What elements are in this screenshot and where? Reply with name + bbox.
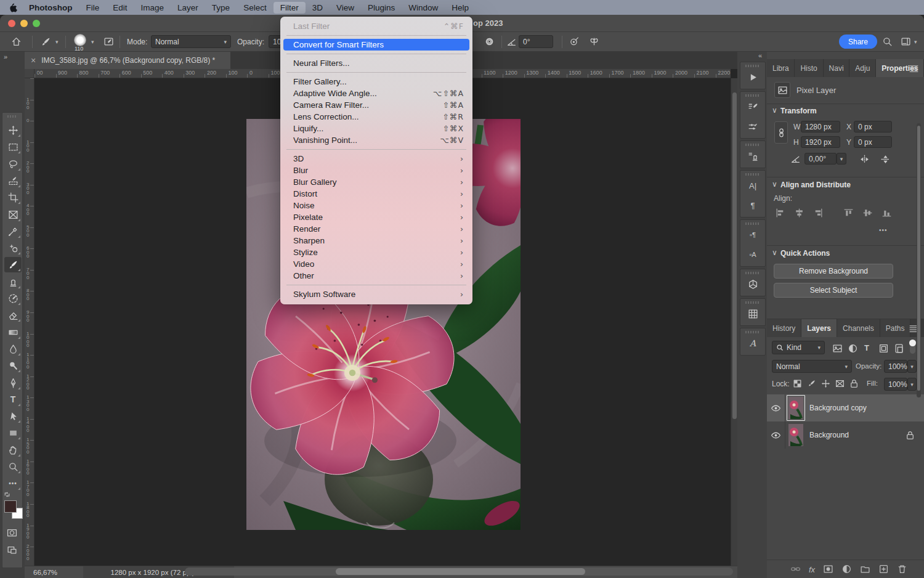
- tool-hand[interactable]: [4, 442, 22, 458]
- menu-item-pixelate[interactable]: Pixelate›: [280, 211, 472, 223]
- flip-horizontal-icon[interactable]: [859, 154, 870, 165]
- menu-item-convert-for-smart-filters[interactable]: Convert for Smart Filters: [283, 39, 469, 51]
- disclosure-icon[interactable]: ∨: [772, 106, 777, 115]
- tab-paths[interactable]: Paths: [880, 319, 911, 337]
- visibility-eye-icon[interactable]: [767, 421, 785, 449]
- width-field[interactable]: 1280 px: [801, 121, 840, 132]
- menu-item-vanishing-point[interactable]: Vanishing Point...⌥⌘V: [280, 134, 472, 146]
- collapse-panels-icon[interactable]: «: [758, 52, 762, 59]
- apple-icon[interactable]: [0, 2, 18, 13]
- tool-type[interactable]: T: [4, 392, 22, 407]
- menu-item-blur-gallery[interactable]: Blur Gallery›: [280, 176, 472, 188]
- disclosure-icon[interactable]: ∨: [772, 248, 777, 257]
- panel-icon-character[interactable]: A|: [740, 176, 765, 195]
- layer-name[interactable]: Background copy: [809, 404, 867, 412]
- panel-menu-icon[interactable]: [909, 63, 919, 78]
- menu-item-adaptive-wide-angle[interactable]: Adaptive Wide Angle...⌥⇧⌘A: [280, 88, 472, 99]
- lock-pixels-icon[interactable]: [806, 378, 817, 389]
- tool-marquee[interactable]: [4, 139, 22, 155]
- panel-icon-3d-cube[interactable]: [740, 274, 765, 294]
- paint-symmetry-icon[interactable]: [589, 36, 599, 47]
- brush-tool-icon[interactable]: [41, 36, 51, 47]
- filter-shape-layers-icon[interactable]: [878, 343, 889, 354]
- menu-item-camera-raw-filter[interactable]: Camera Raw Filter...⇧⌘A: [280, 99, 472, 111]
- menubar-item-filter[interactable]: Filter: [274, 2, 306, 14]
- fill-dropdown[interactable]: ▾: [907, 378, 917, 391]
- panel-icon-clone-source[interactable]: [740, 146, 765, 166]
- brush-angle-field[interactable]: 0°: [519, 35, 553, 48]
- tool-eyedropper[interactable]: [4, 224, 22, 239]
- new-layer-icon[interactable]: [878, 564, 889, 575]
- tool-spot-healing[interactable]: [4, 240, 22, 256]
- screen-mode-icon[interactable]: [7, 545, 17, 555]
- more-options-icon[interactable]: •••: [879, 227, 888, 234]
- brush-preview[interactable]: [74, 34, 86, 46]
- menubar-item-file[interactable]: File: [79, 2, 107, 14]
- share-button[interactable]: Share: [839, 35, 877, 49]
- menubar-item-plugins[interactable]: Plugins: [361, 2, 402, 14]
- visibility-eye-icon[interactable]: [767, 394, 785, 421]
- menu-item-neural-filters[interactable]: Neural Filters...: [280, 57, 472, 69]
- foreground-color-swatch[interactable]: [4, 500, 17, 513]
- filter-adjustment-layers-icon[interactable]: [848, 343, 858, 354]
- chevron-down-icon[interactable]: ▾: [55, 39, 59, 45]
- filter-toggle[interactable]: [910, 341, 915, 354]
- chevron-down-icon[interactable]: ▾: [91, 39, 94, 45]
- chevron-down-icon[interactable]: ▾: [914, 39, 917, 45]
- tab-history[interactable]: History: [767, 319, 801, 337]
- tool-path-selection[interactable]: [4, 409, 22, 424]
- blend-mode-select[interactable]: Normal ▾: [772, 360, 852, 373]
- quick-mask-icon[interactable]: [7, 527, 17, 538]
- panel-icon-brushes[interactable]: [740, 116, 765, 136]
- swap-colors-icon[interactable]: [3, 490, 11, 499]
- filter-type-layers-icon[interactable]: T: [864, 343, 869, 352]
- vertical-scrollbar[interactable]: [731, 78, 737, 566]
- menu-item-sharpen[interactable]: Sharpen›: [280, 235, 472, 246]
- search-icon[interactable]: [882, 36, 893, 47]
- menubar-item-type[interactable]: Type: [205, 2, 237, 14]
- align-bottom-icon[interactable]: [880, 206, 893, 219]
- layer-opacity-field[interactable]: 100%: [884, 360, 907, 373]
- align-top-icon[interactable]: [842, 206, 854, 219]
- tool-zoom[interactable]: [4, 459, 22, 474]
- tool-pen[interactable]: [4, 375, 22, 391]
- panel-icon-glyphs[interactable]: A: [740, 333, 765, 353]
- expand-panel-icon[interactable]: »: [4, 53, 7, 60]
- window-minimize-button[interactable]: [20, 20, 28, 27]
- panel-scrollbar[interactable]: [917, 123, 921, 397]
- layer-thumbnail[interactable]: [788, 424, 803, 446]
- tab-libra[interactable]: Libra: [767, 59, 795, 77]
- link-dimensions-icon[interactable]: [774, 121, 788, 144]
- brush-settings-panel-icon[interactable]: [103, 36, 114, 47]
- tool-gradient[interactable]: [4, 325, 22, 340]
- menubar-item-layer[interactable]: Layer: [171, 2, 205, 14]
- opacity-dropdown[interactable]: ▾: [907, 360, 917, 373]
- menubar-item-help[interactable]: Help: [445, 2, 476, 14]
- tab-histo[interactable]: Histo: [795, 59, 823, 77]
- menu-item-other[interactable]: Other›: [280, 270, 472, 282]
- tool-frame[interactable]: [4, 207, 22, 222]
- lock-transparency-icon[interactable]: [792, 378, 803, 389]
- tab-layers[interactable]: Layers: [801, 319, 837, 337]
- tool-object-selection[interactable]: [4, 173, 22, 189]
- mode-select[interactable]: Normal ▾: [151, 35, 231, 48]
- align-section-title[interactable]: Align and Distribute: [780, 181, 851, 189]
- panel-icon-actions[interactable]: [740, 67, 765, 87]
- menubar-item-image[interactable]: Image: [134, 2, 171, 14]
- close-icon[interactable]: ×: [31, 55, 36, 65]
- tool-shape[interactable]: [4, 425, 22, 441]
- tab-navi[interactable]: Navi: [824, 59, 850, 77]
- menu-item-blur[interactable]: Blur›: [280, 165, 472, 176]
- flip-vertical-icon[interactable]: [880, 154, 891, 165]
- menu-item-distort[interactable]: Distort›: [280, 188, 472, 200]
- layer-thumbnail[interactable]: [788, 397, 803, 419]
- airbrush-icon[interactable]: [569, 36, 580, 47]
- home-icon[interactable]: [11, 36, 22, 47]
- filter-smart-objects-icon[interactable]: [894, 343, 904, 354]
- gear-icon[interactable]: [484, 36, 495, 47]
- align-center-h-icon[interactable]: [793, 206, 805, 219]
- kind-filter-select[interactable]: Kind ▾: [772, 341, 825, 354]
- tool-lasso[interactable]: [4, 157, 22, 172]
- document-tab[interactable]: × IMG_3588.jpg @ 66,7% (Background copy,…: [25, 52, 230, 69]
- tool-eraser[interactable]: [4, 307, 22, 323]
